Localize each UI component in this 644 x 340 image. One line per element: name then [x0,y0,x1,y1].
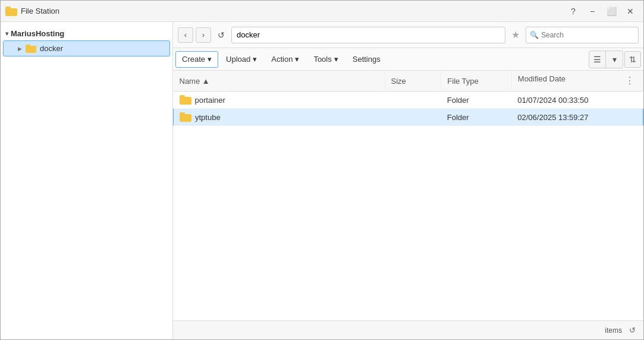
upload-button[interactable]: Upload ▾ [219,51,263,68]
file-table: Name ▲ Size File Type Modified Date [173,71,643,126]
sidebar-item-label: docker [40,44,63,53]
column-size[interactable]: Size [385,71,441,92]
sort-icon: ⇅ [629,55,636,64]
file-name-cell: ytptube [174,109,385,126]
search-input[interactable] [541,31,624,39]
folder-icon [180,95,191,105]
file-name: portainer [195,96,225,105]
sidebar-item-docker[interactable]: ▶ docker [3,40,170,56]
search-icon: 🔍 [530,31,539,39]
table-header-row: Name ▲ Size File Type Modified Date [174,71,643,92]
create-button[interactable]: Create ▾ [175,51,218,68]
upload-label: Upload [226,55,250,64]
content-area: ‹ › ↺ ★ 🔍 Create ▾ Upload ▾ [173,22,643,339]
table-row[interactable]: ytptube Folder 02/06/2025 13:59:27 [174,109,643,126]
titlebar: File Station ? − ⬜ ✕ [1,1,643,22]
help-button[interactable]: ? [565,3,582,20]
forward-button[interactable]: › [196,27,211,43]
docker-folder-icon [26,45,36,53]
settings-button[interactable]: Settings [346,51,387,68]
sort-arrow-icon: ▲ [202,77,210,86]
file-size-cell [385,92,441,109]
refresh-button[interactable]: ↺ [213,27,229,43]
window-controls: ? − ⬜ ✕ [565,3,639,20]
tools-arrow-icon: ▾ [334,55,338,64]
tools-label: Tools [313,55,331,64]
main-body: ▾ MariusHosting ▶ docker ‹ › ↺ ★ 🔍 [1,22,643,339]
statusbar-refresh-button[interactable]: ↺ [626,324,639,337]
items-count-label: items [605,326,622,335]
view-options-button[interactable]: ▾ [606,51,623,68]
minimize-button[interactable]: − [584,3,601,20]
file-name-row: ytptube [180,112,379,122]
action-label: Action [271,55,293,64]
settings-label: Settings [353,55,381,64]
folder-icon [180,112,191,122]
address-input[interactable] [231,27,505,43]
toolbar: Create ▾ Upload ▾ Action ▾ Tools ▾ Setti… [173,48,643,71]
create-label: Create [182,55,205,64]
upload-arrow-icon: ▾ [253,55,257,64]
file-type-cell: Folder [441,92,512,109]
list-view-button[interactable]: ☰ [589,51,606,68]
file-type-cell: Folder [441,109,512,126]
list-view-icon: ☰ [593,55,601,64]
file-name-row: portainer [180,95,379,105]
sidebar: ▾ MariusHosting ▶ docker [1,22,173,339]
column-more-button[interactable]: ⋮ [623,73,637,87]
search-container: 🔍 [526,27,639,43]
docker-chevron-icon: ▶ [18,46,22,52]
action-button[interactable]: Action ▾ [265,51,306,68]
maximize-button[interactable]: ⬜ [603,3,620,20]
host-label: MariusHosting [11,29,64,38]
file-name-cell: portainer [174,92,385,109]
back-button[interactable]: ‹ [178,27,193,43]
table-row[interactable]: portainer Folder 01/07/2024 00:33:50 [174,92,643,109]
view-options-arrow-icon: ▾ [612,55,617,64]
create-arrow-icon: ▾ [208,55,212,64]
statusbar: items ↺ [173,320,643,339]
file-date-cell: 02/06/2025 13:59:27 [511,109,643,126]
action-arrow-icon: ▾ [295,55,299,64]
file-list: Name ▲ Size File Type Modified Date [173,71,643,320]
file-name: ytptube [195,113,221,122]
sort-button[interactable]: ⇅ [624,51,641,68]
bookmark-button[interactable]: ★ [508,27,523,43]
file-size-cell [385,109,441,126]
app-title: File Station [21,7,565,15]
host-chevron-icon: ▾ [5,30,8,37]
addressbar: ‹ › ↺ ★ 🔍 [173,22,643,48]
close-button[interactable]: ✕ [622,3,639,20]
column-modified[interactable]: Modified Date ⋮ [511,71,643,92]
file-station-window: File Station ? − ⬜ ✕ ▾ MariusHosting ▶ d… [0,0,644,340]
sidebar-host[interactable]: ▾ MariusHosting [1,27,172,40]
tools-button[interactable]: Tools ▾ [307,51,344,68]
column-type[interactable]: File Type [441,71,512,92]
column-name[interactable]: Name ▲ [174,71,385,92]
file-date-cell: 01/07/2024 00:33:50 [511,92,643,109]
view-mode-group: ☰ ▾ [589,51,623,68]
titlebar-folder-icon [5,7,17,16]
